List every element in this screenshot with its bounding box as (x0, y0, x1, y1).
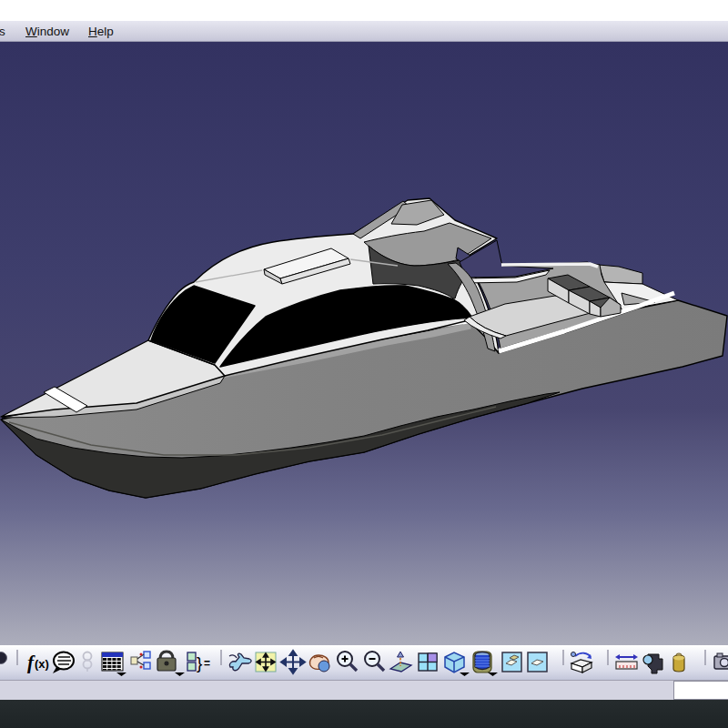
svg-text:}: } (197, 653, 202, 672)
svg-text:=: = (204, 657, 210, 670)
svg-text:(x): (x) (35, 657, 49, 671)
